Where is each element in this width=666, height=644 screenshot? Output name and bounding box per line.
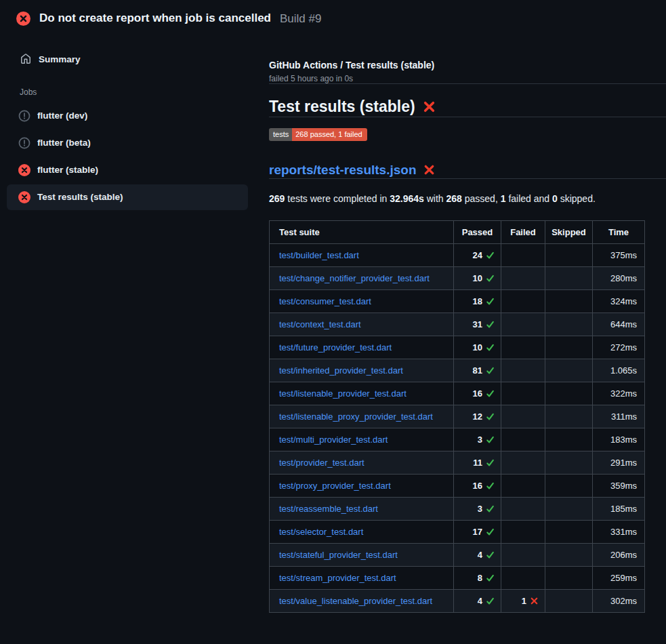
- summary-label: Summary: [39, 54, 81, 64]
- passed-cell-count: 3: [478, 504, 482, 514]
- table-row: test/builder_test.dart24375ms: [270, 243, 645, 266]
- passed-cell-count: 4: [478, 550, 482, 560]
- summary-segment: 32.964s: [390, 193, 424, 204]
- test-summary-line: 269 tests were completed in 32.964s with…: [269, 193, 644, 204]
- sidebar-item-flutter-stable[interactable]: flutter (stable): [7, 157, 248, 183]
- failed-cell: [501, 566, 545, 589]
- section-title-text: Test results (stable): [269, 97, 415, 117]
- check-icon: [486, 596, 495, 606]
- time-cell: 644ms: [593, 313, 645, 336]
- sidebar-item-summary[interactable]: Summary: [7, 52, 248, 66]
- skipped-cell: [545, 243, 593, 266]
- workflow-run-header: Do not create report when job is cancell…: [0, 0, 666, 34]
- table-row: test/stateful_provider_test.dart4206ms: [270, 543, 645, 566]
- passed-cell: 16: [454, 474, 501, 497]
- test-suite-cell: test/builder_test.dart: [270, 243, 454, 266]
- check-icon: [486, 273, 495, 283]
- test-suite-link[interactable]: test/reassemble_test.dart: [279, 504, 378, 514]
- test-suite-cell: test/context_test.dart: [270, 313, 454, 336]
- passed-cell: 4: [454, 543, 501, 566]
- check-icon: [486, 388, 495, 399]
- table-row: test/context_test.dart31644ms: [270, 313, 645, 336]
- test-suite-link[interactable]: test/listenable_proxy_provider_test.dart: [279, 411, 433, 422]
- table-row: test/selector_test.dart17331ms: [270, 520, 645, 543]
- failed-cell: [501, 405, 545, 428]
- skipped-cell: [545, 359, 593, 382]
- test-suite-link[interactable]: test/multi_provider_test.dart: [279, 435, 388, 445]
- summary-segment: passed,: [462, 193, 501, 204]
- test-suite-cell: test/proxy_provider_test.dart: [270, 474, 454, 497]
- failed-cell: [501, 336, 545, 359]
- test-suite-link[interactable]: test/future_provider_test.dart: [279, 342, 392, 353]
- test-suite-link[interactable]: test/stateful_provider_test.dart: [279, 550, 398, 560]
- passed-cell-count: 10: [473, 273, 482, 283]
- x-circle-icon: [18, 191, 30, 203]
- check-icon: [486, 573, 495, 583]
- sidebar-item-flutter-beta[interactable]: flutter (beta): [7, 130, 248, 156]
- passed-cell: 31: [454, 313, 501, 336]
- skipped-cell: [545, 589, 593, 612]
- summary-segment: 269: [269, 193, 285, 204]
- time-cell: 259ms: [593, 566, 645, 589]
- test-suite-link[interactable]: test/proxy_provider_test.dart: [279, 481, 391, 491]
- job-label: Test results (stable): [37, 192, 123, 203]
- jobs-section-label: Jobs: [20, 87, 248, 97]
- test-suite-link[interactable]: test/consumer_test.dart: [279, 296, 371, 306]
- passed-cell-count: 18: [473, 296, 482, 306]
- page-layout: Summary Jobs flutter (dev)flutter (beta)…: [0, 34, 666, 613]
- workflow-run-title: Do not create report when job is cancell…: [39, 12, 271, 25]
- test-suite-link[interactable]: test/selector_test.dart: [279, 527, 363, 537]
- skipped-cell: [545, 266, 593, 289]
- skipped-cell: [545, 474, 593, 497]
- build-number: Build #9: [280, 12, 321, 26]
- job-label: flutter (beta): [37, 138, 91, 148]
- test-results-table: Test suitePassedFailedSkippedTime test/b…: [269, 220, 645, 613]
- check-icon: [486, 342, 495, 353]
- divider: [269, 178, 666, 179]
- failed-cell: [501, 266, 545, 289]
- failed-cell: [501, 313, 545, 336]
- test-suite-cell: test/listenable_proxy_provider_test.dart: [270, 405, 454, 428]
- summary-segment: 268: [446, 193, 462, 204]
- time-cell: 311ms: [593, 405, 645, 428]
- sidebar-item-test-results-stable[interactable]: Test results (stable): [7, 184, 248, 210]
- test-suite-link[interactable]: test/context_test.dart: [279, 319, 361, 329]
- test-suite-link[interactable]: test/listenable_provider_test.dart: [279, 388, 407, 399]
- check-icon: [486, 504, 495, 514]
- skipped-cell: [545, 566, 593, 589]
- failed-cell: [501, 451, 545, 474]
- table-row: test/stream_provider_test.dart8259ms: [270, 566, 645, 589]
- test-suite-link[interactable]: test/change_notifier_provider_test.dart: [279, 273, 430, 283]
- failed-cell: [501, 289, 545, 313]
- report-file-link[interactable]: reports/test-results.json: [269, 162, 417, 178]
- table-row: test/listenable_provider_test.dart16322m…: [270, 382, 645, 405]
- table-row: test/future_provider_test.dart10272ms: [270, 336, 645, 359]
- failed-status-icon: [16, 12, 30, 26]
- test-suite-link[interactable]: test/provider_test.dart: [279, 458, 365, 468]
- passed-cell-count: 81: [473, 365, 482, 376]
- passed-cell: 10: [454, 266, 501, 289]
- test-suite-link[interactable]: test/builder_test.dart: [279, 250, 359, 260]
- github-actions-job-page: Do not create report when job is cancell…: [0, 0, 666, 644]
- table-row: test/listenable_proxy_provider_test.dart…: [270, 405, 645, 428]
- test-suite-link[interactable]: test/stream_provider_test.dart: [279, 573, 396, 583]
- test-suite-link[interactable]: test/inherited_provider_test.dart: [279, 365, 403, 376]
- report-file-heading: reports/test-results.json: [269, 162, 644, 178]
- skipped-cell: [545, 497, 593, 520]
- passed-cell: 17: [454, 520, 501, 543]
- test-suite-cell: test/change_notifier_provider_test.dart: [270, 266, 454, 289]
- time-cell: 302ms: [593, 589, 645, 612]
- sidebar-item-flutter-dev[interactable]: flutter (dev): [7, 103, 248, 129]
- table-row: test/value_listenable_provider_test.dart…: [270, 589, 645, 612]
- test-suite-link[interactable]: test/value_listenable_provider_test.dart: [279, 596, 432, 606]
- x-circle-icon: [18, 164, 30, 176]
- failed-cell: [501, 382, 545, 405]
- time-cell: 206ms: [593, 543, 645, 566]
- section-title: Test results (stable): [269, 97, 644, 117]
- skipped-cell: [545, 428, 593, 451]
- passed-cell: 4: [454, 589, 501, 612]
- job-label: flutter (stable): [37, 165, 98, 176]
- check-icon: [486, 250, 495, 260]
- failed-cell-count: 1: [522, 596, 526, 606]
- home-icon: [20, 54, 31, 64]
